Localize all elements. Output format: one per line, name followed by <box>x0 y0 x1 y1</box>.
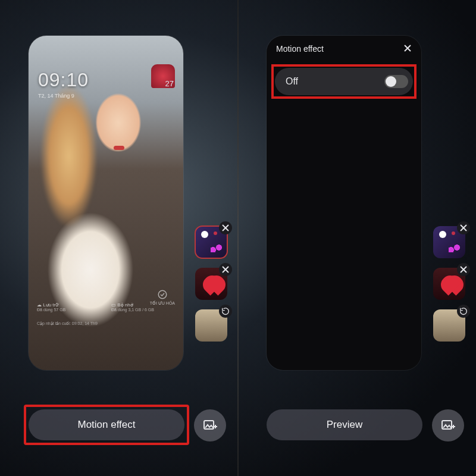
sheet-header: Motion effect <box>267 36 421 62</box>
motion-effect-sheet: Motion effect Off <box>267 36 421 370</box>
effect-thumb-photo[interactable] <box>195 309 227 342</box>
effect-thumb-heart[interactable] <box>433 268 465 300</box>
lockscreen-clock: 09:10 <box>38 69 89 91</box>
sheet-close-button[interactable] <box>403 44 412 54</box>
effect-thumb-photo[interactable] <box>433 309 465 342</box>
effect-thumb-heart[interactable] <box>195 268 227 300</box>
effect-thumbnail-list <box>433 226 465 342</box>
panel-left: 09:10 T2, 14 Tháng 9 ☁ Lưu trữ Đã dùng 5… <box>0 0 238 476</box>
memory-title: Bộ nhớ <box>117 302 133 308</box>
motion-effect-label: Motion effect <box>77 419 135 431</box>
lockscreen-preview[interactable]: 09:10 T2, 14 Tháng 9 ☁ Lưu trữ Đã dùng 5… <box>29 36 183 370</box>
close-icon <box>221 265 230 274</box>
thumb-refresh[interactable] <box>219 305 232 318</box>
bottom-bar: Preview <box>267 408 422 441</box>
lockscreen-date: T2, 14 Tháng 9 <box>38 93 74 99</box>
refresh-icon <box>221 306 230 316</box>
add-image-button[interactable] <box>432 409 464 441</box>
thumb-remove[interactable] <box>219 221 232 234</box>
switch-knob <box>386 76 396 87</box>
preview-button[interactable]: Preview <box>267 409 422 440</box>
thumb-remove[interactable] <box>457 221 470 234</box>
add-image-icon <box>441 418 455 433</box>
last-updated: Cập nhật lần cuối: 09:02, 14 Th9 <box>37 321 98 326</box>
preview-label: Preview <box>327 419 362 431</box>
close-icon <box>459 265 468 274</box>
sheet-title: Motion effect <box>276 44 324 54</box>
bottom-bar: Motion effect <box>29 408 184 441</box>
thumb-remove[interactable] <box>457 263 470 276</box>
toggle-label: Off <box>286 76 298 87</box>
refresh-icon <box>459 306 468 316</box>
effect-thumb-music[interactable] <box>433 226 465 258</box>
effect-thumbnail-list <box>195 226 227 342</box>
thumb-refresh[interactable] <box>457 305 470 318</box>
panel-right: Motion effect Off <box>238 0 476 476</box>
close-icon <box>221 224 230 232</box>
add-image-icon <box>203 418 217 433</box>
motion-effect-switch[interactable] <box>384 75 408 88</box>
storage-title: Lưu trữ <box>43 302 58 308</box>
close-icon <box>459 224 468 232</box>
add-image-button[interactable] <box>194 409 226 441</box>
svg-point-0 <box>158 290 167 299</box>
calendar-heart-widget[interactable] <box>151 64 175 88</box>
storage-used: Đã dùng 57 GB <box>37 308 101 312</box>
motion-effect-button[interactable]: Motion effect <box>29 409 184 440</box>
motion-effect-toggle-row[interactable]: Off <box>275 68 413 95</box>
memory-used: Đã dùng 3,1 GB / 6 GB <box>111 308 175 312</box>
close-icon <box>403 44 412 52</box>
thumb-remove[interactable] <box>219 263 232 276</box>
optimize-button[interactable]: TỐI ƯU HÓA <box>150 289 175 306</box>
effect-thumb-music[interactable] <box>195 226 227 258</box>
